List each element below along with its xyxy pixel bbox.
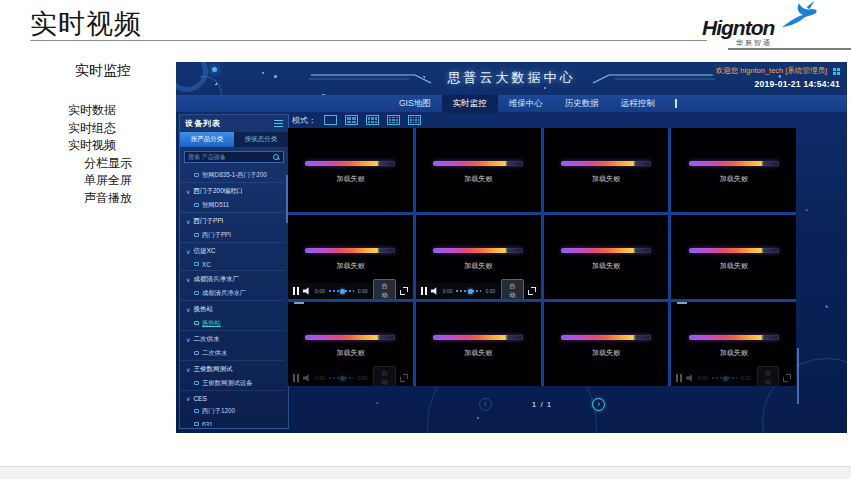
layout-1-button[interactable] bbox=[324, 115, 337, 125]
layout-4-button[interactable] bbox=[345, 115, 358, 125]
volume-slider[interactable] bbox=[712, 377, 737, 379]
tree-group-label: CES bbox=[193, 395, 206, 402]
video-cell[interactable]: 加载失败 bbox=[671, 128, 796, 212]
tree-device-item[interactable]: 西门子PPI bbox=[180, 228, 285, 242]
video-grid: 加载失败加载失败加载失败加载失败加载失败0:000:00自动加载失败0:000:… bbox=[288, 128, 796, 386]
search-input[interactable]: 搜索 产品设备 bbox=[184, 151, 284, 163]
device-icon bbox=[194, 262, 199, 266]
video-cell[interactable]: 加载失败 bbox=[544, 215, 669, 299]
apps-grid-icon[interactable] bbox=[833, 68, 836, 71]
welcome-text: 欢迎您 hignton_tech [系统管理员] bbox=[716, 66, 827, 76]
pause-button[interactable] bbox=[421, 287, 427, 295]
tab-历史数据[interactable]: 历史数据 bbox=[554, 95, 610, 113]
fullscreen-button[interactable] bbox=[528, 287, 536, 295]
video-cell[interactable]: 加载失败 bbox=[416, 128, 541, 212]
device-category-tab[interactable]: 按产品分类 bbox=[180, 132, 234, 147]
doc-nav-item[interactable]: 实时视频 bbox=[68, 139, 132, 151]
pause-button[interactable] bbox=[676, 374, 682, 382]
video-cell[interactable]: 加载失败 bbox=[288, 128, 413, 212]
tree-group[interactable]: ∨换热站 bbox=[180, 300, 285, 316]
volume-icon[interactable] bbox=[431, 287, 439, 295]
tree-group[interactable]: ∨CES bbox=[180, 390, 285, 404]
tree-group[interactable]: ∨西门子200编程口 bbox=[180, 182, 285, 198]
volume-slider[interactable] bbox=[456, 290, 481, 292]
tree-device-item[interactable]: 智网D835-1-西门子200 bbox=[180, 168, 285, 182]
video-cell[interactable]: 加载失败0:000:00自动 bbox=[416, 215, 541, 299]
doc-nav-item[interactable]: 实时组态 bbox=[68, 122, 132, 134]
tree-device-item[interactable]: 二次供水 bbox=[180, 346, 285, 360]
volume-icon[interactable] bbox=[303, 287, 311, 295]
search-icon[interactable] bbox=[273, 154, 280, 161]
load-error-text: 加载失败 bbox=[464, 261, 492, 271]
layout-cell bbox=[392, 117, 394, 118]
app-window: 思普云大数据中心 欢迎您 hignton_tech [系统管理员] 2019-0… bbox=[176, 62, 847, 433]
fullscreen-button[interactable] bbox=[400, 287, 408, 295]
layout-cell bbox=[413, 119, 415, 120]
chevron-down-icon: ∨ bbox=[186, 396, 190, 402]
pause-button[interactable] bbox=[293, 287, 299, 295]
layout-6-button[interactable] bbox=[366, 115, 379, 125]
layout-cell bbox=[352, 121, 356, 124]
layout-cell bbox=[392, 122, 394, 123]
panel-menu-icon[interactable] bbox=[274, 120, 283, 127]
tree-group[interactable]: ∨二次供水 bbox=[180, 330, 285, 346]
video-cell[interactable]: 加载失败0:000:00自动 bbox=[288, 302, 413, 386]
layout-9-button[interactable] bbox=[387, 115, 400, 125]
tree-device-item[interactable]: 西门子1200 bbox=[180, 404, 285, 418]
auto-button[interactable]: 自动 bbox=[757, 366, 779, 386]
progress-dash bbox=[294, 302, 304, 304]
tree-device-item[interactable]: XC bbox=[180, 258, 285, 270]
layout-cell bbox=[415, 119, 417, 120]
title-divider bbox=[30, 40, 707, 41]
tree-device-item[interactable]: 王俊数网测试设备 bbox=[180, 376, 285, 390]
tree-device-item[interactable]: 换热站 bbox=[180, 316, 285, 330]
doc-nav-item[interactable]: 实时数据 bbox=[68, 104, 132, 116]
tree-group[interactable]: ∨西门子PPI bbox=[180, 212, 285, 228]
tab-实时监控[interactable]: 实时监控 bbox=[442, 95, 498, 113]
tree-device-item[interactable]: 智网D511 bbox=[180, 198, 285, 212]
auto-button[interactable]: 自动 bbox=[373, 279, 395, 299]
tab-GIS地图[interactable]: GIS地图 bbox=[388, 95, 442, 113]
doc-section-title[interactable]: 实时监控 bbox=[75, 62, 132, 80]
device-category-tab[interactable]: 按状态分类 bbox=[234, 132, 288, 147]
volume-icon[interactable] bbox=[686, 374, 694, 382]
tree-device-item[interactable]: 成都清兵净水厂 bbox=[180, 286, 285, 300]
tree-device-item[interactable]: 631 bbox=[180, 418, 285, 426]
fullscreen-button[interactable] bbox=[783, 374, 791, 382]
video-main-area: 模式： 加载失败加载失败加载失败加载失败加载失败0:000:00自动加载失败0:… bbox=[288, 112, 847, 433]
doc-nav-item[interactable]: 分栏显示 bbox=[84, 157, 132, 169]
next-page-button[interactable]: › bbox=[592, 398, 605, 411]
volume-icon[interactable] bbox=[303, 374, 311, 382]
layout-12-button[interactable] bbox=[408, 115, 421, 125]
chevron-down-icon: ∨ bbox=[186, 307, 190, 313]
video-cell[interactable]: 加载失败0:000:00自动 bbox=[671, 302, 796, 386]
video-cell[interactable]: 加载失败 bbox=[416, 302, 541, 386]
slider-knob[interactable] bbox=[468, 289, 473, 294]
prev-page-button[interactable]: ‹ bbox=[479, 398, 492, 411]
video-cell[interactable]: 加载失败 bbox=[671, 215, 796, 299]
video-cell[interactable]: 加载失败 bbox=[544, 302, 669, 386]
tree-group[interactable]: ∨王俊数网测试 bbox=[180, 360, 285, 376]
grid-scrollbar[interactable] bbox=[797, 348, 799, 404]
slider-knob[interactable] bbox=[340, 289, 345, 294]
logo-divider bbox=[728, 48, 851, 50]
tab-远程控制[interactable]: 远程控制 bbox=[610, 95, 666, 113]
load-error-text: 加载失败 bbox=[592, 348, 620, 358]
video-cell[interactable]: 加载失败 bbox=[544, 128, 669, 212]
tree-group[interactable]: ∨成都清兵净水厂 bbox=[180, 270, 285, 286]
auto-button[interactable]: 自动 bbox=[501, 279, 523, 299]
doc-nav-item[interactable]: 单屏全屏 bbox=[84, 174, 132, 186]
doc-nav-item[interactable]: 声音播放 bbox=[84, 192, 132, 204]
fullscreen-button[interactable] bbox=[400, 374, 408, 382]
tree-group-label: 王俊数网测试 bbox=[193, 365, 232, 374]
tree-group[interactable]: ∨信捷XC bbox=[180, 242, 285, 258]
pause-button[interactable] bbox=[293, 374, 299, 382]
volume-slider[interactable] bbox=[329, 377, 354, 379]
device-icon bbox=[194, 381, 199, 385]
video-cell[interactable]: 加载失败0:000:00自动 bbox=[288, 215, 413, 299]
volume-slider[interactable] bbox=[329, 290, 354, 292]
tab-维保中心[interactable]: 维保中心 bbox=[498, 95, 554, 113]
slider-knob[interactable] bbox=[723, 376, 728, 381]
slider-knob[interactable] bbox=[340, 376, 345, 381]
auto-button[interactable]: 自动 bbox=[373, 366, 395, 386]
